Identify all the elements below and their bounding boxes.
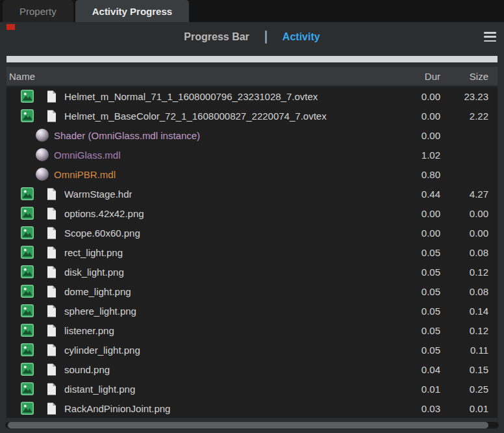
- table-row[interactable]: options.42x42.png 0.00 0.00: [6, 203, 498, 223]
- material-sphere-icon: [36, 129, 49, 142]
- tab-bar: Property Activity Progress: [0, 0, 504, 22]
- row-size: 4.27: [440, 189, 488, 200]
- row-dur: 0.01: [395, 384, 440, 395]
- row-dur: 0.00: [395, 130, 440, 141]
- table-row[interactable]: sound.png 0.04 0.15: [6, 360, 498, 379]
- row-size: 23.23: [440, 91, 488, 102]
- activity-view-button[interactable]: Activity: [283, 31, 320, 43]
- horizontal-scrollbar[interactable]: [5, 422, 499, 428]
- image-icon: [21, 324, 34, 337]
- image-icon: [21, 343, 34, 356]
- row-name: Scope.60x60.png: [64, 228, 140, 239]
- row-dur: 0.00: [395, 91, 440, 102]
- row-dur: 0.05: [395, 286, 440, 297]
- file-icon: [47, 363, 57, 376]
- table-row[interactable]: RackAndPinionJoint.png 0.03 0.01: [6, 399, 498, 418]
- image-icon: [21, 187, 34, 200]
- table-row[interactable]: Helmet_m_BaseColor_72_1_1608000827_22200…: [6, 106, 498, 125]
- table-row[interactable]: Scope.60x60.png 0.00 0.00: [6, 223, 498, 243]
- row-name: sound.png: [64, 364, 110, 375]
- image-icon: [21, 363, 34, 376]
- column-header-name[interactable]: Name: [6, 71, 395, 82]
- table-row[interactable]: OmniGlass.mdl 1.02: [6, 145, 498, 164]
- row-name-cell: options.42x42.png: [6, 207, 395, 220]
- row-name: WarmStage.hdr: [64, 189, 132, 200]
- activity-progress-window: Property Activity Progress Progress Bar …: [0, 0, 504, 433]
- hamburger-menu-icon[interactable]: [484, 32, 496, 42]
- row-dur: 0.05: [395, 345, 440, 356]
- row-name: listener.png: [64, 325, 114, 336]
- file-icon: [47, 207, 57, 220]
- table-row[interactable]: listener.png 0.05 0.12: [6, 321, 498, 340]
- row-name: Shader (OmniGlass.mdl instance): [54, 130, 200, 141]
- file-icon: [47, 227, 57, 239]
- panel: Progress Bar Activity Name Dur Size: [0, 22, 504, 433]
- image-icon: [21, 382, 34, 395]
- table-row[interactable]: OmniPBR.mdl 0.80: [6, 164, 498, 184]
- row-name: OmniGlass.mdl: [54, 150, 121, 161]
- column-header-size[interactable]: Size: [440, 71, 488, 82]
- table-row[interactable]: dome_light.png 0.05 0.08: [6, 282, 498, 301]
- row-name: cylinder_light.png: [64, 345, 140, 356]
- file-icon: [47, 188, 57, 200]
- row-name-cell: WarmStage.hdr: [6, 187, 395, 200]
- row-size: 0.01: [440, 403, 488, 414]
- row-dur: 0.44: [395, 189, 440, 200]
- row-dur: 0.00: [395, 228, 440, 239]
- file-icon: [47, 266, 57, 278]
- scrollbar-thumb[interactable]: [8, 422, 488, 428]
- row-name-cell: sound.png: [6, 363, 395, 376]
- row-name: sphere_light.png: [64, 306, 136, 317]
- row-name-cell: rect_light.png: [6, 246, 395, 259]
- material-sphere-icon: [36, 148, 49, 161]
- file-icon: [47, 305, 57, 317]
- table-row[interactable]: distant_light.png 0.01 0.25: [6, 379, 498, 399]
- row-name-cell: distant_light.png: [6, 382, 395, 395]
- row-dur: 0.80: [395, 169, 440, 180]
- table-row[interactable]: Shader (OmniGlass.mdl instance) 0.00: [6, 125, 498, 145]
- row-name: options.42x42.png: [64, 208, 144, 219]
- progress-strip: [6, 56, 498, 62]
- row-size: 0.11: [440, 345, 488, 356]
- table-row[interactable]: WarmStage.hdr 0.44 4.27: [6, 184, 498, 203]
- tab-activity-progress[interactable]: Activity Progress: [75, 0, 189, 22]
- material-sphere-icon: [36, 168, 49, 181]
- view-switcher: Progress Bar Activity: [0, 22, 504, 52]
- file-icon: [47, 90, 57, 103]
- row-name: dome_light.png: [64, 286, 131, 297]
- row-name-cell: sphere_light.png: [6, 304, 395, 317]
- progress-bar-view-button[interactable]: Progress Bar: [184, 31, 249, 43]
- row-name-cell: Scope.60x60.png: [6, 226, 395, 239]
- row-dur: 0.05: [395, 306, 440, 317]
- image-icon: [21, 109, 34, 122]
- table-row[interactable]: sphere_light.png 0.05 0.14: [6, 301, 498, 321]
- image-icon: [21, 285, 34, 298]
- file-icon: [47, 383, 57, 395]
- row-name-cell: Shader (OmniGlass.mdl instance): [6, 129, 395, 142]
- row-name: Helmet_m_Normal_71_1_1608000796_23231028…: [64, 91, 318, 102]
- row-dur: 0.05: [395, 267, 440, 278]
- row-name: Helmet_m_BaseColor_72_1_1608000827_22200…: [64, 111, 327, 122]
- row-name-cell: Helmet_m_BaseColor_72_1_1608000827_22200…: [6, 109, 395, 122]
- image-icon: [21, 265, 34, 278]
- tab-property[interactable]: Property: [3, 0, 73, 22]
- file-icon: [47, 285, 57, 298]
- row-name-cell: cylinder_light.png: [6, 343, 395, 356]
- image-icon: [21, 304, 34, 317]
- column-header-dur[interactable]: Dur: [395, 71, 440, 82]
- table-row[interactable]: disk_light.png 0.05 0.12: [6, 262, 498, 282]
- file-icon: [47, 246, 57, 259]
- row-dur: 0.03: [395, 403, 440, 414]
- image-icon: [21, 90, 34, 103]
- table-row[interactable]: rect_light.png 0.05 0.08: [6, 243, 498, 262]
- table-row[interactable]: cylinder_light.png 0.05 0.11: [6, 340, 498, 360]
- table-body: Helmet_m_Normal_71_1_1608000796_23231028…: [6, 86, 498, 418]
- file-icon: [47, 344, 57, 356]
- row-dur: 0.05: [395, 247, 440, 258]
- row-size: 0.25: [440, 384, 488, 395]
- table-row[interactable]: Helmet_m_Normal_71_1_1608000796_23231028…: [6, 86, 498, 106]
- row-size: 2.22: [440, 111, 488, 122]
- row-size: 0.08: [440, 286, 488, 297]
- row-dur: 0.00: [395, 111, 440, 122]
- row-name-cell: dome_light.png: [6, 285, 395, 298]
